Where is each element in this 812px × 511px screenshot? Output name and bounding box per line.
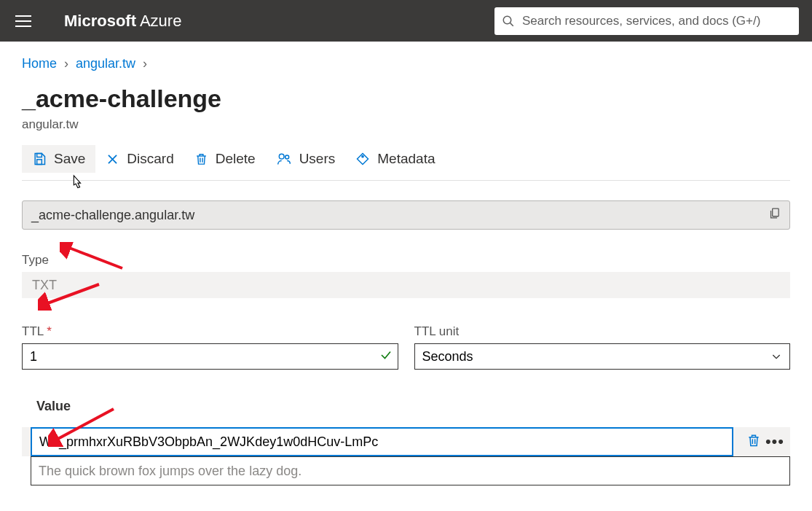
chevron-down-icon xyxy=(770,351,782,362)
save-label: Save xyxy=(54,151,85,167)
ttl-unit-label: TTL unit xyxy=(414,324,791,339)
ttl-input[interactable] xyxy=(22,343,398,370)
ttl-unit-select[interactable]: Seconds xyxy=(414,343,791,370)
value-row: ••• xyxy=(22,427,790,456)
svg-line-1 xyxy=(511,23,513,26)
chevron-right-icon: › xyxy=(64,56,68,71)
record-name-field: _acme-challenge.angular.tw xyxy=(22,200,790,230)
brand-logo[interactable]: Microsoft Azure xyxy=(64,12,181,31)
checkmark-icon xyxy=(379,348,393,364)
type-label: Type xyxy=(22,253,790,268)
svg-point-9 xyxy=(285,155,288,159)
page-title: _acme-challenge xyxy=(22,85,790,113)
value-row xyxy=(22,456,790,485)
svg-rect-2 xyxy=(37,154,42,157)
users-label: Users xyxy=(299,151,336,167)
top-bar: Microsoft Azure Search resources, servic… xyxy=(0,0,812,42)
delete-value-button[interactable] xyxy=(746,432,761,451)
hamburger-menu[interactable] xyxy=(9,7,38,36)
search-placeholder: Search resources, services, and docs (G+… xyxy=(522,14,760,28)
trash-icon xyxy=(194,152,208,166)
breadcrumb-home[interactable]: Home xyxy=(22,56,57,71)
chevron-right-icon: › xyxy=(143,56,147,71)
metadata-label: Metadata xyxy=(377,151,435,167)
more-actions-button[interactable]: ••• xyxy=(765,432,784,451)
discard-label: Discard xyxy=(127,151,173,167)
save-button[interactable]: Save xyxy=(22,145,95,173)
svg-point-8 xyxy=(279,154,284,159)
save-icon xyxy=(32,152,47,166)
record-name-value: _acme-challenge.angular.tw xyxy=(31,208,194,223)
svg-point-0 xyxy=(503,16,511,24)
delete-button[interactable]: Delete xyxy=(184,145,266,173)
breadcrumb: Home › angular.tw › xyxy=(22,56,790,71)
command-bar: Save Discard Delete Users Metadata xyxy=(22,145,790,181)
brand-prefix: Microsoft xyxy=(64,12,136,30)
breadcrumb-parent[interactable]: angular.tw xyxy=(76,56,135,71)
search-icon xyxy=(502,15,515,28)
value-input-0[interactable] xyxy=(31,427,733,456)
users-button[interactable]: Users xyxy=(266,145,346,173)
value-input-1[interactable] xyxy=(31,456,790,485)
global-search-input[interactable]: Search resources, services, and docs (G+… xyxy=(494,7,799,35)
metadata-button[interactable]: Metadata xyxy=(345,145,445,173)
copy-button[interactable] xyxy=(768,206,781,224)
type-field: TXT xyxy=(22,272,790,298)
close-icon xyxy=(106,152,119,166)
svg-rect-3 xyxy=(37,160,42,165)
page-subtitle: angular.tw xyxy=(22,117,790,132)
discard-button[interactable]: Discard xyxy=(95,145,184,173)
users-icon xyxy=(276,152,292,166)
ttl-label: TTL * xyxy=(22,324,398,339)
ttl-unit-value: Seconds xyxy=(422,349,473,364)
value-label: Value xyxy=(36,399,790,414)
tag-icon xyxy=(355,152,370,166)
svg-rect-11 xyxy=(773,208,779,217)
brand-suffix: Azure xyxy=(136,12,181,30)
trash-icon xyxy=(746,432,761,448)
delete-label: Delete xyxy=(216,151,256,167)
copy-icon xyxy=(768,206,781,220)
svg-point-10 xyxy=(362,156,363,157)
